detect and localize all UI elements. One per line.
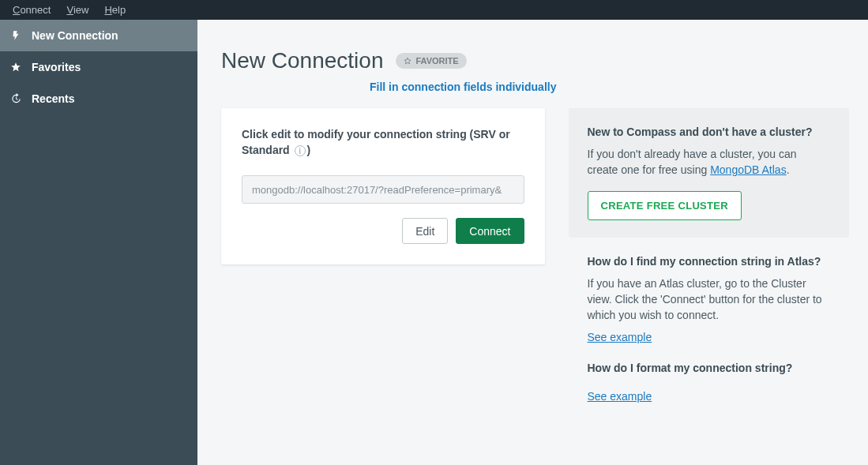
create-free-cluster-button[interactable]: CREATE FREE CLUSTER [588,191,742,220]
info-icon[interactable]: i [295,145,306,156]
connection-string-input[interactable] [242,175,524,204]
menu-connect[interactable]: Connect [5,0,58,20]
sidebar-item-label: Recents [32,92,74,105]
sidebar-item-label: New Connection [32,29,118,42]
help-box-title: New to Compass and don't have a cluster? [588,126,831,138]
help-find-text: If you have an Atlas cluster, go to the … [588,276,831,324]
see-example-find-link[interactable]: See example [588,331,652,343]
help-column: New to Compass and don't have a cluster?… [569,108,850,403]
help-section-find: How do I find my connection string in At… [569,238,850,345]
connect-button[interactable]: Connect [456,218,524,244]
help-find-title: How do I find my connection string in At… [588,255,831,268]
sidebar-item-recents[interactable]: Recents [0,83,197,114]
sidebar-item-favorites[interactable]: Favorites [0,51,197,83]
main-content: New Connection FAVORITE Fill in connecti… [197,20,868,465]
connection-card: Click edit to modify your connection str… [221,108,545,264]
fill-fields-link[interactable]: Fill in connection fields individually [370,81,556,93]
bolt-icon [9,29,22,42]
menubar: Connect View Help [0,0,868,20]
conn-label-post: ) [307,144,311,156]
help-section-format: How do I format my connection string? Se… [569,344,850,403]
conn-label-pre: Click edit to modify your connection str… [242,128,510,156]
star-outline-icon [404,57,411,65]
mongodb-atlas-link[interactable]: MongoDB Atlas [710,163,787,176]
menu-view[interactable]: View [58,0,96,20]
favorite-label: FAVORITE [415,56,458,66]
favorite-button[interactable]: FAVORITE [396,53,466,69]
history-icon [9,92,22,105]
star-icon [9,61,22,73]
connection-card-label: Click edit to modify your connection str… [242,127,524,158]
menu-help[interactable]: Help [96,0,133,20]
help-box-new-cluster: New to Compass and don't have a cluster?… [569,108,850,238]
help-format-title: How do I format my connection string? [588,362,831,374]
edit-button[interactable]: Edit [402,218,448,244]
sidebar-item-label: Favorites [32,61,81,73]
help-box-text: If you don't already have a cluster, you… [588,146,831,178]
sidebar-item-new-connection[interactable]: New Connection [0,20,197,51]
see-example-format-link[interactable]: See example [588,390,652,403]
page-title: New Connection [221,48,383,73]
sidebar: New Connection Favorites Recents [0,20,197,465]
